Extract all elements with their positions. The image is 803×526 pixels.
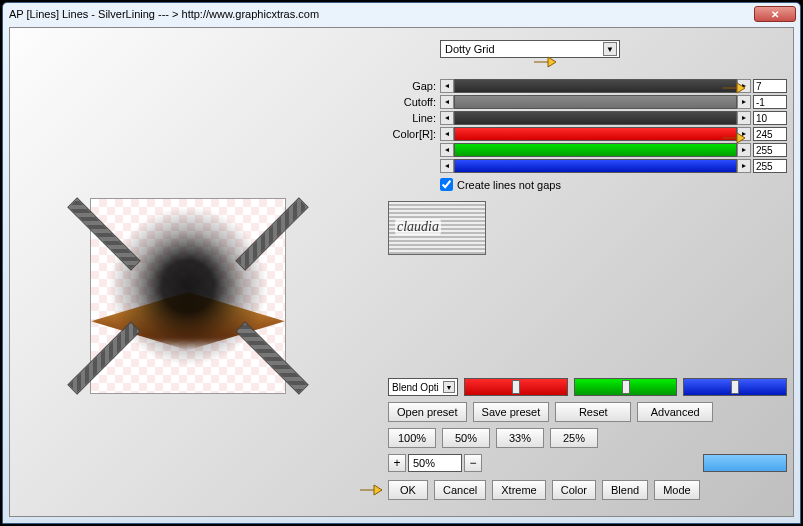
color-b-row: ◂ ▸ (388, 158, 787, 174)
hand-pointer-icon (360, 482, 382, 496)
line-slider[interactable] (454, 111, 737, 125)
reset-button[interactable]: Reset (555, 402, 631, 422)
chevron-down-icon: ▼ (603, 42, 617, 56)
zoom-100-button[interactable]: 100% (388, 428, 436, 448)
color-b-increment[interactable]: ▸ (737, 159, 751, 173)
color-button[interactable]: Color (552, 480, 596, 500)
red-blend-slider[interactable] (464, 378, 568, 396)
gap-decrement[interactable]: ◂ (440, 79, 454, 93)
close-button[interactable]: ✕ (754, 6, 796, 22)
zoom-in-button[interactable]: + (388, 454, 406, 472)
line-increment[interactable]: ▸ (737, 111, 751, 125)
line-label: Line: (388, 112, 440, 124)
blue-blend-slider[interactable] (683, 378, 787, 396)
zoom-out-button[interactable]: − (464, 454, 482, 472)
color-g-decrement[interactable]: ◂ (440, 143, 454, 157)
gap-value[interactable] (753, 79, 787, 93)
zoom-50-button[interactable]: 50% (442, 428, 490, 448)
slider-knob[interactable] (512, 380, 520, 394)
cancel-button[interactable]: Cancel (434, 480, 486, 500)
slider-knob[interactable] (731, 380, 739, 394)
color-swatch[interactable] (703, 454, 787, 472)
preview-vignette (91, 199, 285, 393)
line-row: Line: ◂ ▸ (388, 110, 787, 126)
cutoff-label: Cutoff: (388, 96, 440, 108)
color-b-decrement[interactable]: ◂ (440, 159, 454, 173)
color-g-slider[interactable] (454, 143, 737, 157)
plugin-dialog: AP [Lines] Lines - SilverLining --- > ht… (2, 2, 801, 524)
color-r-decrement[interactable]: ◂ (440, 127, 454, 141)
titlebar: AP [Lines] Lines - SilverLining --- > ht… (3, 3, 800, 25)
hand-pointer-icon (723, 80, 745, 94)
color-r-label: Color[R]: (388, 128, 440, 140)
close-icon: ✕ (771, 9, 779, 20)
line-value[interactable] (753, 111, 787, 125)
advanced-button[interactable]: Advanced (637, 402, 713, 422)
cutoff-increment[interactable]: ▸ (737, 95, 751, 109)
window-title: AP [Lines] Lines - SilverLining --- > ht… (9, 8, 754, 20)
mode-button[interactable]: Mode (654, 480, 700, 500)
preview-image (90, 198, 286, 394)
create-lines-checkbox[interactable]: Create lines not gaps (440, 178, 787, 191)
color-b-slider[interactable] (454, 159, 737, 173)
open-preset-button[interactable]: Open preset (388, 402, 467, 422)
hand-pointer-icon (723, 130, 745, 144)
chevron-down-icon: ▼ (443, 381, 455, 393)
preset-selected: Dotty Grid (445, 43, 495, 55)
blend-options-dropdown[interactable]: Blend Opti ▼ (388, 378, 458, 396)
slider-knob[interactable] (622, 380, 630, 394)
zoom-value-input[interactable] (408, 454, 462, 472)
client-area: Dotty Grid ▼ Gap: ◂ ▸ Cutoff: (9, 27, 794, 517)
gap-label: Gap: (388, 80, 440, 92)
zoom-33-button[interactable]: 33% (496, 428, 544, 448)
logo-image (388, 201, 486, 255)
save-preset-button[interactable]: Save preset (473, 402, 550, 422)
zoom-25-button[interactable]: 25% (550, 428, 598, 448)
green-blend-slider[interactable] (574, 378, 678, 396)
color-b-value[interactable] (753, 159, 787, 173)
bottom-controls: Blend Opti ▼ Open preset Save preset Res… (388, 378, 787, 506)
line-decrement[interactable]: ◂ (440, 111, 454, 125)
create-lines-input[interactable] (440, 178, 453, 191)
cutoff-decrement[interactable]: ◂ (440, 95, 454, 109)
gap-slider[interactable] (454, 79, 737, 93)
color-g-value[interactable] (753, 143, 787, 157)
xtreme-button[interactable]: Xtreme (492, 480, 545, 500)
color-r-slider[interactable] (454, 127, 737, 141)
preset-dropdown[interactable]: Dotty Grid ▼ (440, 40, 620, 58)
blend-options-label: Blend Opti (392, 382, 439, 393)
ok-button[interactable]: OK (388, 480, 428, 500)
create-lines-label: Create lines not gaps (457, 179, 561, 191)
cutoff-value[interactable] (753, 95, 787, 109)
color-r-value[interactable] (753, 127, 787, 141)
blend-button[interactable]: Blend (602, 480, 648, 500)
hand-pointer-icon (534, 54, 556, 68)
controls-panel: Dotty Grid ▼ Gap: ◂ ▸ Cutoff: (388, 40, 787, 510)
cutoff-slider[interactable] (454, 95, 737, 109)
